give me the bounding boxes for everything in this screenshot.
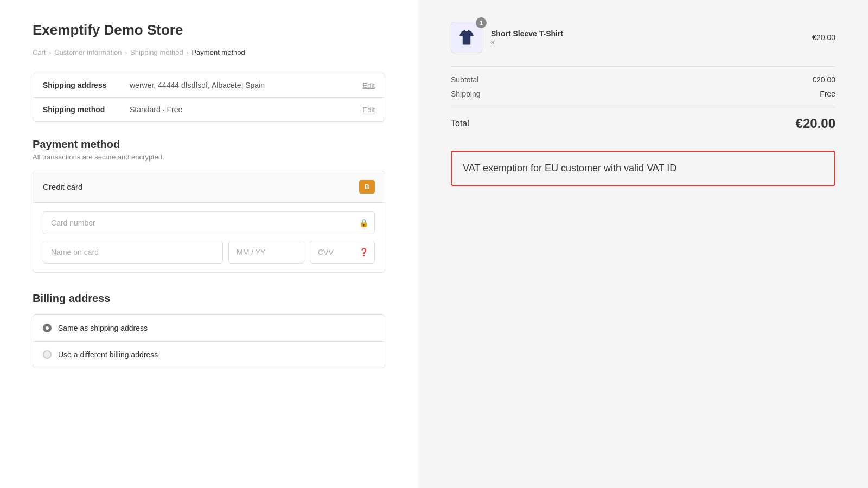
credit-card-label: Credit card <box>43 182 82 191</box>
card-number-field: 🔒 <box>43 211 375 234</box>
shipping-method-edit[interactable]: Edit <box>363 106 375 114</box>
right-panel: 1 Short Sleeve T-Shirt s €20.00 Subtotal… <box>418 0 868 488</box>
total-label: Total <box>451 119 469 129</box>
tshirt-icon <box>457 28 476 47</box>
shipping-method-row: Shipping method Standard · Free Edit <box>33 97 385 121</box>
billing-option-same-label: Same as shipping address <box>58 324 148 332</box>
order-item: 1 Short Sleeve T-Shirt s €20.00 <box>451 22 835 53</box>
quantity-badge: 1 <box>476 17 487 28</box>
billing-option-different-label: Use a different billing address <box>58 350 158 359</box>
radio-same[interactable] <box>43 324 52 332</box>
payment-subheading: All transactions are secure and encrypte… <box>33 153 385 161</box>
payment-heading: Payment method <box>33 138 385 151</box>
product-thumbnail: 1 <box>451 22 482 53</box>
card-number-input[interactable] <box>43 211 375 234</box>
product-info: Short Sleeve T-Shirt s <box>491 29 803 46</box>
help-icon[interactable]: ❓ <box>359 248 368 256</box>
name-on-card-field <box>43 241 223 264</box>
product-name: Short Sleeve T-Shirt <box>491 29 803 38</box>
payment-box: Credit card B 🔒 ❓ <box>33 171 385 273</box>
breadcrumb-cart[interactable]: Cart <box>33 48 46 56</box>
subtotal-row: Subtotal €20.00 <box>451 75 835 84</box>
shipping-method-value: Standard · Free <box>130 105 363 114</box>
breadcrumb-shipping[interactable]: Shipping method <box>130 48 183 56</box>
shipping-row: Shipping Free <box>451 89 835 98</box>
billing-heading: Billing address <box>33 292 385 305</box>
shipping-address-row: Shipping address werwer, 44444 dfsdfsdf,… <box>33 73 385 97</box>
billing-option-same[interactable]: Same as shipping address <box>33 315 385 341</box>
chevron-icon-2: › <box>125 49 127 56</box>
chevron-icon-3: › <box>187 49 189 56</box>
bogus-badge: B <box>359 180 375 194</box>
chevron-icon-1: › <box>49 49 52 56</box>
shipping-address-label: Shipping address <box>43 81 130 89</box>
total-value: €20.00 <box>796 116 835 131</box>
shipping-address-edit[interactable]: Edit <box>363 81 375 89</box>
divider-2 <box>451 107 835 107</box>
payment-fields: 🔒 ❓ <box>33 203 385 272</box>
subtotal-value: €20.00 <box>812 75 835 84</box>
billing-option-different[interactable]: Use a different billing address <box>33 341 385 368</box>
billing-section: Billing address Same as shipping address… <box>33 292 385 368</box>
total-row: Total €20.00 <box>451 116 835 131</box>
radio-different[interactable] <box>43 350 52 359</box>
lock-icon: 🔒 <box>359 219 368 227</box>
shipping-value: Free <box>820 89 835 98</box>
breadcrumb-payment: Payment method <box>192 48 245 56</box>
expiry-input[interactable] <box>228 241 304 264</box>
card-details-row: ❓ <box>43 241 375 264</box>
shipping-method-label: Shipping method <box>43 105 130 114</box>
name-on-card-input[interactable] <box>43 241 223 264</box>
vat-box: VAT exemption for EU customer with valid… <box>451 151 835 186</box>
payment-header: Credit card B <box>33 171 385 203</box>
breadcrumb-customer[interactable]: Customer information <box>54 48 122 56</box>
breadcrumb: Cart › Customer information › Shipping m… <box>33 48 385 56</box>
left-panel: Exemptify Demo Store Cart › Customer inf… <box>0 0 418 488</box>
shipping-address-value: werwer, 44444 dfsdfsdf, Albacete, Spain <box>130 81 363 89</box>
shipping-label: Shipping <box>451 89 481 98</box>
billing-box: Same as shipping address Use a different… <box>33 314 385 368</box>
vat-text: VAT exemption for EU customer with valid… <box>463 162 824 175</box>
product-price: €20.00 <box>812 33 835 42</box>
subtotal-label: Subtotal <box>451 75 478 84</box>
product-variant: s <box>491 38 803 46</box>
info-summary-box: Shipping address werwer, 44444 dfsdfsdf,… <box>33 73 385 122</box>
expiry-field <box>228 241 304 264</box>
divider-1 <box>451 66 835 67</box>
cvv-field: ❓ <box>310 241 375 264</box>
store-title: Exemptify Demo Store <box>33 22 385 38</box>
